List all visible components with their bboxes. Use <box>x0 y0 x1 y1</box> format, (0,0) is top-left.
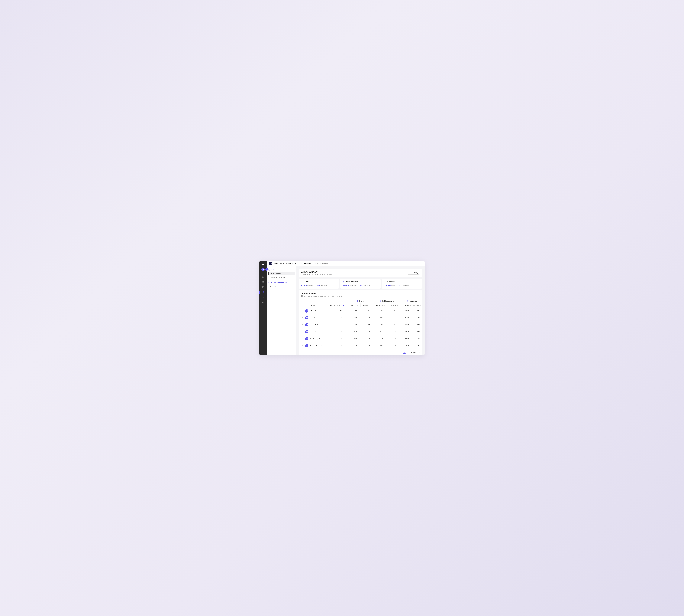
col-header-rs-submitted[interactable]: Submitted <box>413 303 424 307</box>
stat-title: Events <box>304 281 309 283</box>
avatar: ŁK <box>305 309 309 312</box>
table-row[interactable]: 1. ŁK Łukasz Kucik 209 340 45 10450 30 8… <box>301 307 420 314</box>
member-name: Bartosz Wilczewski <box>310 345 323 347</box>
cell-member: 2. MR Marc Ramirez <box>301 314 328 321</box>
topbar: < > Swipe Wire Developer Advocacy Progra… <box>267 261 425 266</box>
cell-ps-attendees: 1474 <box>373 336 387 342</box>
col-header-member[interactable]: Member <box>301 303 328 307</box>
stat-value: 358 <box>317 284 320 287</box>
sort-icon <box>410 305 411 306</box>
rail-item-dashboard[interactable] <box>259 274 267 279</box>
per-page-select[interactable]: 10 / page ⌄ <box>411 351 420 353</box>
main-content: Activity Summary Track how actively enga… <box>296 266 425 355</box>
stat-value: 120 630 <box>343 284 349 287</box>
col-header-ps-submitted[interactable]: Submitted <box>387 303 400 307</box>
page-next-button[interactable]: › <box>407 351 409 353</box>
sort-icon <box>371 305 371 306</box>
sidebar-group-activity[interactable]: Activity reports <box>268 269 295 271</box>
sort-icon <box>343 305 344 306</box>
cell-ev-submitted: 10 <box>361 322 373 327</box>
cell-rs-views: 56900 <box>400 343 413 348</box>
stat-label: views <box>391 285 395 286</box>
section-subtitle: Discover and recognize the most active c… <box>301 295 420 297</box>
table-row[interactable]: 4. NH Neil Holden 138 450 4 845 9 12480 … <box>301 328 420 335</box>
sidebar-item-activity-summary[interactable]: Activity Summary <box>268 272 295 275</box>
cell-ps-submitted: 60 <box>387 322 400 327</box>
stat-card-resources: Resources 780 341views 1411submitted <box>382 279 422 289</box>
rail-expand-button[interactable] <box>266 268 268 271</box>
svg-point-3 <box>263 281 263 282</box>
cell-ev-attendees: 340 <box>347 308 361 313</box>
col-header-ev-submitted[interactable]: Submitted <box>361 303 373 307</box>
table-row[interactable]: 3. AM Arlene McCoy 140 570 10 6700 60 34… <box>301 322 420 328</box>
bolt-icon <box>357 300 359 302</box>
per-page-label: 10 / page <box>411 351 418 353</box>
col-header-total[interactable]: Total contributions <box>328 303 347 307</box>
stat-title: Resources <box>387 281 395 283</box>
link-icon <box>384 281 386 283</box>
workspace-avatar[interactable]: SW <box>261 268 265 271</box>
program-name[interactable]: Developer Advocacy Program <box>286 262 311 264</box>
cell-rs-views: 40830 <box>400 336 413 342</box>
cell-total: 138 <box>328 329 347 334</box>
cell-ps-attendees: 34290 <box>373 315 387 321</box>
cell-rs-submitted: 103 <box>413 322 424 327</box>
cell-total: 140 <box>328 322 347 327</box>
cell-ps-submitted: 30 <box>387 308 400 313</box>
member-name: Łukasz Kucik <box>310 310 319 312</box>
pagination: ‹ 1 › 10 / page ⌄ <box>301 349 420 354</box>
cell-member: 5. SW Sara Waszyńska <box>301 335 328 342</box>
cell-total: 209 <box>328 308 347 313</box>
col-header-ev-attendees[interactable]: Attendees <box>347 303 361 307</box>
breadcrumb-page: Program Reports <box>315 262 328 264</box>
svg-point-0 <box>262 264 263 264</box>
filter-button[interactable]: Filter by <box>408 271 420 274</box>
sidebar-item-overview[interactable]: Overview <box>268 284 295 288</box>
cell-ev-submitted: 45 <box>361 308 373 313</box>
rail-item-applications[interactable] <box>259 285 267 289</box>
rank: 4. <box>302 331 304 333</box>
rank: 1. <box>302 310 304 312</box>
col-header-ps-attendees[interactable]: Attendees <box>373 303 387 307</box>
svg-point-4 <box>263 282 264 282</box>
link-icon <box>407 300 408 302</box>
sort-icon <box>420 305 421 306</box>
sort-icon <box>358 305 358 306</box>
divider <box>313 262 313 265</box>
chevron-down-icon: ⌄ <box>418 352 420 353</box>
svg-rect-11 <box>381 301 381 301</box>
cell-rs-submitted: 40 <box>413 336 424 342</box>
sidebar-item-members-engagement[interactable]: Members engagement <box>268 276 295 279</box>
page-title: Activity Summary <box>301 271 333 273</box>
cell-rs-submitted: 134 <box>413 308 424 313</box>
cell-ps-attendees: 845 <box>373 329 387 334</box>
stat-card-speaking: Public speaking 120 630attendees 521subm… <box>340 279 381 289</box>
page-prev-button[interactable]: ‹ <box>400 351 402 353</box>
stat-title: Public speaking <box>346 281 358 283</box>
app-window: SW < > Swipe Wire Developer Advocacy Pro… <box>259 261 425 355</box>
rank: 5. <box>302 338 304 339</box>
col-header-rs-views[interactable]: Views <box>400 303 413 307</box>
stat-label: submitted <box>403 285 409 286</box>
table-row[interactable]: 6. BW Bartosz Wilczewski 30 0 0 200 1 56… <box>301 343 420 349</box>
cell-ev-submitted: 0 <box>361 343 373 348</box>
page-number[interactable]: 1 <box>403 351 406 354</box>
sidebar-group-applications[interactable]: Applications reports <box>268 281 295 283</box>
rail-item-messages[interactable] <box>259 295 267 300</box>
cell-ps-submitted: 4 <box>387 336 400 342</box>
cell-ev-attendees: 470 <box>347 336 361 342</box>
avatar: MR <box>305 316 309 320</box>
cell-ps-submitted: 70 <box>387 315 400 321</box>
table-row[interactable]: 5. SW Sara Waszyńska 87 470 2 1474 4 408… <box>301 335 420 343</box>
rank: 6. <box>302 345 304 347</box>
summary-header-card: Activity Summary Track how actively enga… <box>299 269 422 277</box>
cell-ps-attendees: 10450 <box>373 308 387 313</box>
rank: 2. <box>302 317 304 319</box>
rail-item-reports[interactable] <box>259 290 267 294</box>
microphone-icon <box>380 300 381 302</box>
cell-ps-submitted: 1 <box>387 343 400 348</box>
rail-item-members[interactable] <box>259 280 267 284</box>
rail-item-settings[interactable] <box>259 301 267 305</box>
table-row[interactable]: 2. MR Marc Ramirez 167 230 3 34290 70 45… <box>301 314 420 322</box>
content-wrap: Activity reports Activity Summary Member… <box>267 266 425 355</box>
